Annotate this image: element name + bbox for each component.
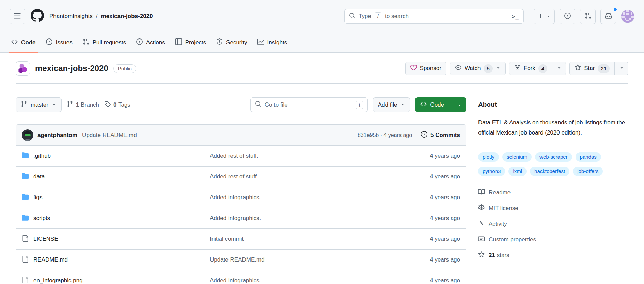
tab-projects[interactable]: Projects bbox=[170, 33, 211, 52]
commits-history-link[interactable]: 5 Commits bbox=[421, 131, 460, 139]
branches-link[interactable]: 1 Branch bbox=[67, 101, 99, 109]
tab-insights[interactable]: Insights bbox=[252, 33, 293, 52]
file-name-link[interactable]: figs bbox=[22, 193, 210, 202]
go-to-file-input[interactable]: Go to file t bbox=[250, 97, 368, 112]
file-name-link[interactable]: scripts bbox=[22, 214, 210, 223]
file-row: LICENSE Initial commit 4 years ago bbox=[16, 228, 466, 249]
tags-link[interactable]: 0 Tags bbox=[104, 101, 130, 109]
git-pull-request-icon bbox=[83, 38, 89, 47]
star-label: Star bbox=[584, 65, 595, 72]
breadcrumb-owner[interactable]: PhantomInsights bbox=[49, 13, 93, 20]
commits-count-label: 5 Commits bbox=[430, 132, 460, 139]
notifications-button[interactable] bbox=[600, 9, 616, 24]
breadcrumb-separator: / bbox=[96, 13, 98, 20]
page-title[interactable]: mexican-jobs-2020 bbox=[35, 64, 108, 73]
chevron-down-icon[interactable] bbox=[453, 102, 466, 107]
code-button-divider bbox=[450, 97, 450, 112]
file-commit-message[interactable]: Added rest of stuff. bbox=[210, 153, 399, 159]
file-name: README.md bbox=[33, 256, 68, 263]
hamburger-icon bbox=[14, 12, 21, 21]
add-file-label: Add file bbox=[378, 101, 397, 108]
file-commit-message[interactable]: Added infographics. bbox=[210, 277, 399, 284]
watch-label: Watch bbox=[465, 65, 481, 72]
global-issues-button[interactable] bbox=[560, 9, 575, 24]
topic-tag[interactable]: web-scraper bbox=[535, 152, 572, 162]
star-icon bbox=[575, 64, 581, 73]
topic-tag[interactable]: python3 bbox=[478, 167, 505, 176]
breadcrumb-repo[interactable]: mexican-jobs-2020 bbox=[101, 13, 153, 20]
commit-author-avatar[interactable] bbox=[22, 129, 33, 141]
tab-actions[interactable]: Actions bbox=[131, 33, 170, 52]
command-palette-icon[interactable]: >_ bbox=[507, 12, 519, 21]
file-commit-message[interactable]: Initial commit bbox=[210, 236, 399, 242]
tab-label: Pull requests bbox=[93, 39, 126, 46]
sidebar-links: Readme MIT license Activity Custom prope… bbox=[478, 185, 628, 263]
stars-link[interactable]: 21 stars bbox=[478, 248, 628, 263]
fork-button[interactable]: Fork 4 bbox=[509, 62, 552, 75]
file-row: figs Added infographics. 4 years ago bbox=[16, 187, 466, 208]
topic-tag[interactable]: selenium bbox=[502, 152, 532, 162]
file-name-link[interactable]: .github bbox=[22, 152, 210, 160]
tab-pull-requests[interactable]: Pull requests bbox=[78, 33, 131, 52]
file-name: .github bbox=[33, 153, 51, 159]
org-avatar[interactable] bbox=[16, 61, 30, 76]
tab-security[interactable]: Security bbox=[211, 33, 252, 52]
repo-nav-tabs: Code Issues Pull requests Actions Projec… bbox=[0, 33, 644, 53]
license-link[interactable]: MIT license bbox=[478, 201, 628, 216]
header-actions: Type / to search >_ bbox=[344, 9, 634, 24]
file-row: scripts Added infographics. 4 years ago bbox=[16, 208, 466, 228]
file-name-link[interactable]: en_infographic.png bbox=[22, 277, 210, 284]
tab-code[interactable]: Code bbox=[6, 33, 41, 52]
star-dropdown-button[interactable] bbox=[615, 62, 628, 75]
user-avatar[interactable] bbox=[621, 10, 634, 23]
note-icon bbox=[478, 236, 485, 244]
commit-sha-time[interactable]: 831e95b · 4 years ago bbox=[358, 132, 412, 138]
topic-tag[interactable]: lxml bbox=[508, 167, 527, 176]
sponsor-button[interactable]: Sponsor bbox=[405, 62, 446, 75]
add-file-button[interactable]: Add file bbox=[373, 97, 410, 112]
chevron-down-icon bbox=[400, 101, 405, 108]
graph-icon bbox=[257, 38, 264, 47]
file-commit-message[interactable]: Added infographics. bbox=[210, 194, 399, 201]
readme-link[interactable]: Readme bbox=[478, 185, 628, 201]
user-identicon bbox=[621, 10, 634, 23]
file-name-link[interactable]: LICENSE bbox=[22, 235, 210, 243]
branch-name: master bbox=[31, 101, 48, 108]
file-row: .github Added rest of stuff. 4 years ago bbox=[16, 145, 466, 166]
repo-header: mexican-jobs-2020 Public Sponsor Watch 5… bbox=[16, 53, 628, 84]
commit-message[interactable]: Update README.md bbox=[82, 132, 137, 139]
star-button-group: Star 21 bbox=[569, 62, 628, 75]
code-button[interactable]: Code bbox=[415, 97, 466, 112]
branch-selector[interactable]: master bbox=[16, 97, 62, 112]
global-search-input[interactable]: Type / to search >_ bbox=[344, 9, 524, 24]
code-button-label: Code bbox=[430, 101, 444, 108]
topic-tag[interactable]: pandas bbox=[576, 152, 601, 162]
custom-properties-link[interactable]: Custom properties bbox=[478, 232, 628, 248]
file-commit-message[interactable]: Added rest of stuff. bbox=[210, 173, 399, 180]
file-icon bbox=[22, 277, 29, 284]
hamburger-menu-button[interactable] bbox=[10, 9, 25, 24]
slash-key-hint: / bbox=[375, 12, 381, 20]
global-pull-requests-button[interactable] bbox=[580, 9, 596, 24]
topic-tag[interactable]: job-offers bbox=[573, 167, 603, 176]
github-logo[interactable] bbox=[31, 9, 44, 24]
file-name-link[interactable]: data bbox=[22, 173, 210, 181]
tab-issues[interactable]: Issues bbox=[41, 33, 78, 52]
star-button[interactable]: Star 21 bbox=[569, 62, 615, 75]
fork-dropdown-button[interactable] bbox=[552, 62, 566, 75]
fork-label: Fork bbox=[524, 65, 535, 72]
commit-author[interactable]: agentphantom bbox=[37, 132, 77, 139]
watch-button[interactable]: Watch 5 bbox=[450, 62, 506, 75]
create-new-button[interactable] bbox=[534, 9, 555, 24]
watch-count: 5 bbox=[484, 64, 492, 73]
file-name-link[interactable]: README.md bbox=[22, 256, 210, 264]
chevron-down-icon bbox=[619, 65, 624, 72]
org-avatar-image bbox=[17, 63, 29, 74]
file-commit-message[interactable]: Added infographics. bbox=[210, 215, 399, 222]
file-commit-message[interactable]: Update README.md bbox=[210, 256, 399, 263]
go-to-file-placeholder: Go to file bbox=[265, 101, 288, 108]
topic-tag[interactable]: hacktoberfest bbox=[530, 167, 569, 176]
visibility-badge: Public bbox=[113, 64, 136, 73]
activity-link[interactable]: Activity bbox=[478, 216, 628, 232]
topic-tag[interactable]: plotly bbox=[478, 152, 499, 162]
